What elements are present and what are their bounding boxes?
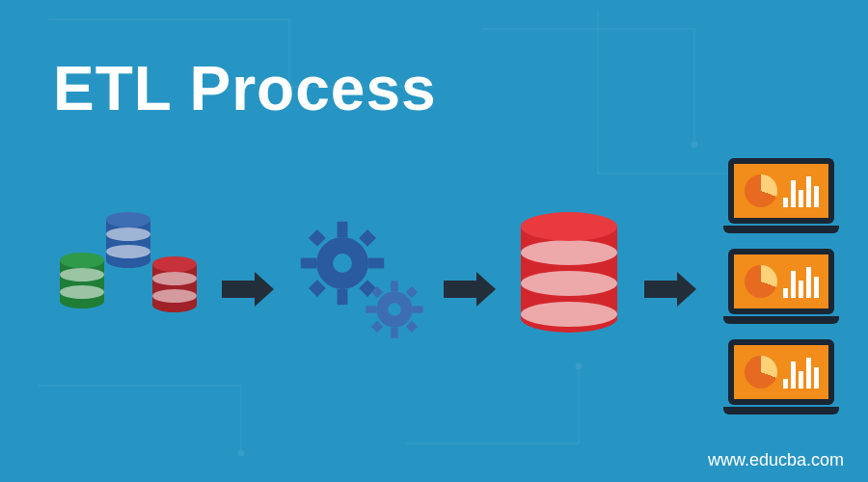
source-db-red [152, 256, 197, 312]
svg-point-13 [333, 254, 352, 273]
bar-chart-icon [783, 174, 819, 207]
svg-rect-21 [371, 321, 383, 333]
svg-rect-10 [359, 229, 376, 247]
arrow-transform-to-load [444, 272, 496, 307]
svg-rect-16 [391, 328, 397, 338]
output-laptop-3 [723, 339, 839, 415]
svg-rect-11 [309, 280, 326, 297]
svg-point-23 [388, 303, 401, 316]
etl-diagram [0, 193, 868, 443]
pie-chart-icon [745, 174, 777, 207]
arrow-extract-to-transform [222, 272, 274, 307]
website-url: www.educba.com [708, 450, 844, 470]
source-db-green [60, 253, 104, 308]
svg-rect-15 [391, 281, 397, 291]
svg-rect-6 [338, 289, 348, 305]
svg-rect-5 [338, 222, 348, 237]
svg-rect-19 [371, 286, 383, 298]
bar-chart-icon [783, 265, 819, 298]
source-db-blue [106, 212, 150, 268]
pie-chart-icon [745, 356, 777, 388]
page-title: ETL Process [53, 53, 437, 124]
svg-rect-18 [413, 306, 423, 312]
arrow-load-to-output [644, 272, 696, 307]
svg-rect-9 [309, 229, 326, 247]
gear-small-icon [365, 280, 424, 339]
svg-point-1 [692, 142, 697, 147]
svg-rect-7 [301, 258, 316, 269]
svg-rect-22 [406, 321, 418, 333]
svg-point-2 [238, 450, 244, 456]
output-laptop-1 [723, 158, 839, 233]
warehouse-db [521, 212, 617, 333]
svg-rect-8 [368, 258, 384, 269]
svg-rect-17 [366, 306, 376, 312]
output-laptop-2 [723, 249, 839, 324]
bar-chart-icon [783, 356, 819, 388]
pie-chart-icon [745, 265, 777, 298]
svg-rect-20 [406, 286, 418, 298]
